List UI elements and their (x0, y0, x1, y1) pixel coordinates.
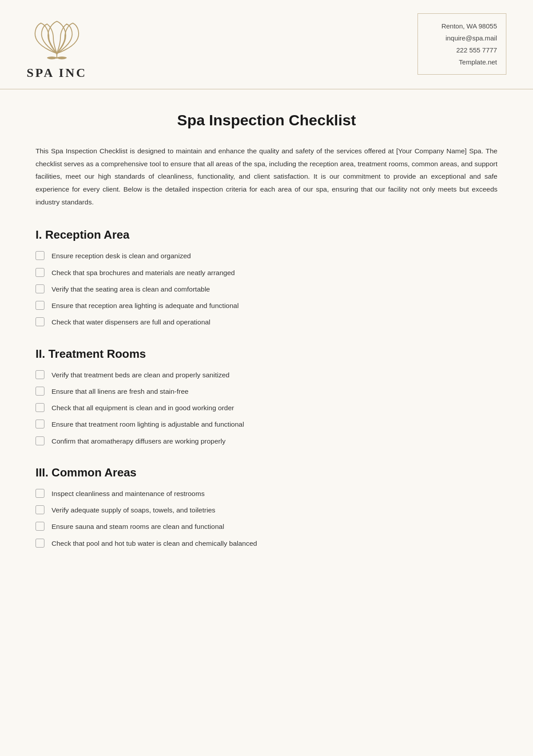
checkbox[interactable] (36, 268, 44, 277)
checklist-item-text: Verify that the seating area is clean an… (52, 284, 210, 294)
list-item: Verify adequate supply of soaps, towels,… (36, 505, 497, 515)
checkbox[interactable] (36, 539, 44, 548)
list-item: Check that pool and hot tub water is cle… (36, 538, 497, 548)
list-item: Inspect cleanliness and maintenance of r… (36, 488, 497, 499)
checklist-item-text: Ensure that reception area lighting is a… (52, 300, 239, 311)
checklist-common: Inspect cleanliness and maintenance of r… (36, 488, 497, 548)
list-item: Ensure reception desk is clean and organ… (36, 251, 497, 261)
checklist-item-text: Ensure that treatment room lighting is a… (52, 419, 244, 429)
checklist-item-text: Confirm that aromatherapy diffusers are … (52, 436, 226, 446)
checkbox[interactable] (36, 489, 44, 498)
checklist-item-text: Ensure that all linens are fresh and sta… (52, 386, 188, 396)
sections-container: I. Reception AreaEnsure reception desk i… (36, 228, 497, 548)
checkbox[interactable] (36, 522, 44, 531)
checklist-item-text: Verify adequate supply of soaps, towels,… (52, 505, 215, 515)
list-item: Ensure that all linens are fresh and sta… (36, 386, 497, 396)
section-title-common: III. Common Areas (36, 466, 497, 480)
checklist-treatment: Verify that treatment beds are clean and… (36, 370, 497, 446)
page: SPA INC Renton, WA 98055 inquire@spa.mai… (0, 0, 533, 756)
checkbox[interactable] (36, 370, 44, 379)
list-item: Verify that treatment beds are clean and… (36, 370, 497, 380)
list-item: Ensure sauna and steam rooms are clean a… (36, 521, 497, 532)
checkbox[interactable] (36, 387, 44, 396)
logo-text: SPA INC (27, 66, 87, 80)
checklist-item-text: Verify that treatment beds are clean and… (52, 370, 230, 380)
contact-section: Renton, WA 98055 inquire@spa.mail 222 55… (418, 13, 506, 75)
page-title: Spa Inspection Checklist (36, 112, 497, 129)
section-title-reception: I. Reception Area (36, 228, 497, 242)
checkbox[interactable] (36, 436, 44, 445)
main-content: Spa Inspection Checklist This Spa Inspec… (0, 89, 533, 595)
list-item: Check that water dispensers are full and… (36, 317, 497, 327)
checklist-reception: Ensure reception desk is clean and organ… (36, 251, 497, 327)
contact-website: Template.net (427, 56, 497, 68)
list-item: Ensure that reception area lighting is a… (36, 300, 497, 311)
checkbox[interactable] (36, 317, 44, 326)
section-treatment: II. Treatment RoomsVerify that treatment… (36, 347, 497, 446)
lotus-icon (30, 13, 84, 62)
section-title-treatment: II. Treatment Rooms (36, 347, 497, 361)
checkbox[interactable] (36, 284, 44, 293)
section-reception: I. Reception AreaEnsure reception desk i… (36, 228, 497, 327)
section-common: III. Common AreasInspect cleanliness and… (36, 466, 497, 548)
contact-phone: 222 555 7777 (427, 44, 497, 56)
intro-paragraph: This Spa Inspection Checklist is designe… (36, 145, 497, 208)
checklist-item-text: Ensure reception desk is clean and organ… (52, 251, 191, 261)
header: SPA INC Renton, WA 98055 inquire@spa.mai… (0, 0, 533, 89)
checkbox[interactable] (36, 251, 44, 260)
list-item: Check that spa brochures and materials a… (36, 268, 497, 278)
contact-email: inquire@spa.mail (427, 32, 497, 44)
contact-address: Renton, WA 98055 (427, 20, 497, 32)
checklist-item-text: Check that pool and hot tub water is cle… (52, 538, 257, 548)
list-item: Confirm that aromatherapy diffusers are … (36, 436, 497, 446)
checklist-item-text: Check that spa brochures and materials a… (52, 268, 235, 278)
list-item: Ensure that treatment room lighting is a… (36, 419, 497, 429)
checklist-item-text: Check that water dispensers are full and… (52, 317, 211, 327)
logo-section: SPA INC (27, 13, 87, 80)
checklist-item-text: Inspect cleanliness and maintenance of r… (52, 488, 205, 499)
checklist-item-text: Ensure sauna and steam rooms are clean a… (52, 521, 224, 532)
checkbox[interactable] (36, 301, 44, 310)
list-item: Check that all equipment is clean and in… (36, 403, 497, 413)
list-item: Verify that the seating area is clean an… (36, 284, 497, 294)
checkbox[interactable] (36, 403, 44, 412)
checkbox[interactable] (36, 420, 44, 428)
checklist-item-text: Check that all equipment is clean and in… (52, 403, 234, 413)
checkbox[interactable] (36, 505, 44, 514)
